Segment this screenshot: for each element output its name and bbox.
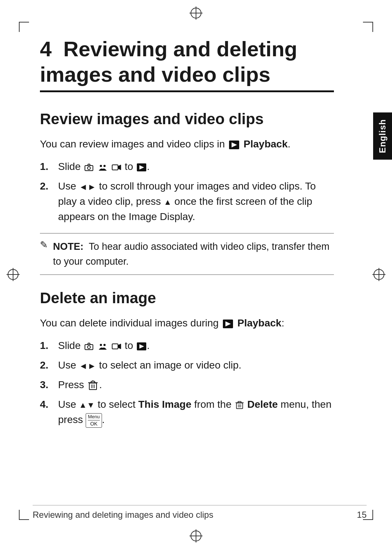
delete-step-1: 1. Slide: [40, 338, 334, 353]
svg-marker-19: [139, 165, 144, 170]
svg-marker-27: [139, 344, 144, 349]
playback-label-2: Playback: [237, 317, 281, 329]
menu-ok-button: Menu OK: [86, 413, 102, 428]
delete-step-4-text: Use ▲▼ to select This Image from the Del…: [58, 399, 331, 425]
note-label: NOTE:: [53, 241, 83, 252]
svg-rect-38: [238, 402, 241, 403]
note-text: NOTE: To hear audio associated with vide…: [53, 239, 334, 269]
delete-label: Delete: [247, 399, 278, 410]
trash-icon: [88, 380, 98, 391]
note-pencil-icon: ✎: [40, 239, 48, 251]
svg-point-22: [87, 346, 90, 349]
step-2-num: 2.: [40, 179, 48, 194]
delete-step-3-text: Press .: [58, 379, 102, 390]
delete-step-4-num: 4.: [40, 397, 48, 412]
svg-rect-25: [112, 344, 118, 349]
delete-step-1-text: Slide: [58, 340, 150, 351]
section-delete: Delete an image You can delete individua…: [40, 289, 334, 428]
svg-point-23: [100, 344, 102, 346]
left-right-arrows-2: ◄►: [79, 361, 97, 371]
svg-rect-30: [91, 381, 95, 383]
note-content: To hear audio associated with video clip…: [53, 241, 330, 267]
chapter-number: 4: [40, 37, 52, 61]
chapter-title: Reviewing and deleting images and video …: [40, 37, 297, 86]
video-icon-2: [112, 342, 121, 350]
play-square-icon-1: [137, 163, 146, 171]
footer-divider: [33, 505, 367, 505]
svg-rect-17: [112, 165, 118, 170]
step-1-text: Slide: [58, 161, 150, 172]
svg-point-15: [100, 165, 102, 167]
trash-icon-2: [235, 400, 244, 410]
svg-point-14: [87, 167, 90, 170]
step-2-text: Use ◄► to scroll through your images and…: [58, 180, 316, 222]
playback-icon-inline: [229, 141, 239, 149]
svg-point-16: [103, 165, 106, 167]
up-arrow: ▲: [164, 198, 172, 207]
scene-icon-2: [98, 342, 107, 350]
ok-label: OK: [88, 420, 100, 427]
delete-step-2-num: 2.: [40, 358, 48, 373]
page-number: 15: [357, 510, 367, 520]
section1-heading: Review images and video clips: [40, 110, 334, 128]
playback-icon-inline-2: [223, 320, 233, 328]
camera-icon: [84, 163, 94, 171]
section2-intro: You can delete individual images during …: [40, 316, 334, 331]
delete-step-3-num: 3.: [40, 377, 48, 393]
section-review: Review images and video clips You can re…: [40, 110, 334, 275]
main-content: 4 Reviewing and deleting images and vide…: [40, 22, 334, 428]
menu-label: Menu: [88, 414, 100, 420]
camera-icon-2: [84, 342, 94, 350]
up-down-arrows: ▲▼: [79, 400, 95, 410]
section2-heading: Delete an image: [40, 289, 334, 307]
chapter-heading: 4 Reviewing and deleting images and vide…: [40, 36, 334, 92]
svg-marker-26: [118, 344, 121, 349]
delete-step-3: 3. Press: [40, 377, 334, 393]
section1-intro: You can review images and video clips in…: [40, 137, 334, 152]
left-right-arrows: ◄►: [79, 182, 97, 192]
section1-steps: 1. Slide: [40, 159, 334, 224]
section2-steps: 1. Slide: [40, 338, 334, 428]
note-box: ✎ NOTE: To hear audio associated with vi…: [40, 233, 334, 275]
this-image-label: This Image: [138, 399, 191, 410]
scene-icon: [98, 163, 107, 171]
footer: Reviewing and deleting images and video …: [33, 510, 367, 520]
svg-point-24: [103, 344, 106, 346]
svg-marker-18: [118, 165, 121, 170]
svg-marker-20: [225, 321, 231, 326]
footer-text: Reviewing and deleting images and video …: [33, 510, 213, 520]
step-1-review: 1. Slide: [40, 159, 334, 174]
play-square-icon-2: [137, 342, 146, 350]
svg-point-35: [93, 380, 93, 381]
step-2-review: 2. Use ◄► to scroll through your images …: [40, 179, 334, 224]
delete-step-2-text: Use ◄► to select an image or video clip.: [58, 359, 241, 371]
svg-marker-12: [232, 142, 237, 147]
video-icon: [112, 163, 121, 171]
step-1-num: 1.: [40, 159, 48, 174]
delete-step-1-num: 1.: [40, 338, 48, 353]
delete-step-4: 4. Use ▲▼ to select This Image from the …: [40, 397, 334, 428]
playback-label: Playback: [244, 138, 287, 150]
page-container: 4 Reviewing and deleting images and vide…: [0, 0, 392, 549]
delete-step-2: 2. Use ◄► to select an image or video cl…: [40, 358, 334, 373]
